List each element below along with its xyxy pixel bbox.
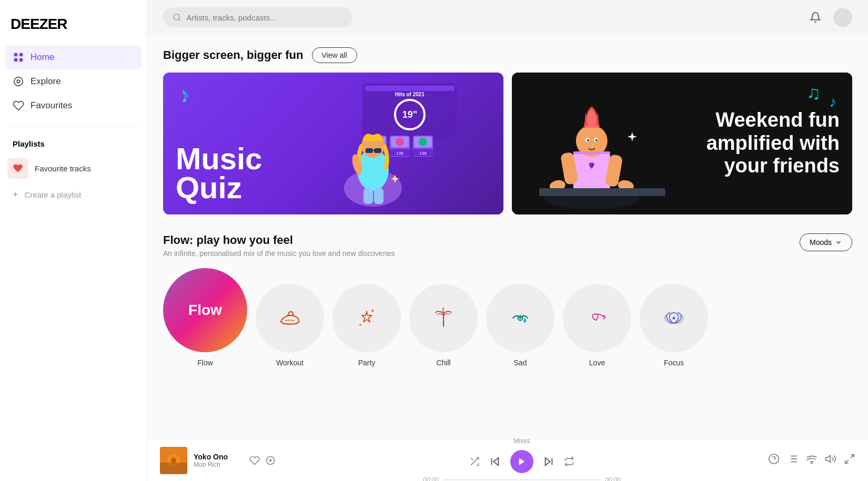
workout-circle [256,284,324,352]
svg-rect-31 [366,148,373,153]
flow-card-focus[interactable]: Focus [640,284,708,367]
svg-line-81 [851,455,854,458]
svg-rect-1 [19,53,23,56]
heart-outline-icon [249,455,260,466]
flow-card-chill[interactable]: Chill [409,284,478,367]
sidebar-item-favourites[interactable]: Favourites [5,94,142,118]
player-section-label: Mixes [513,437,530,445]
music-quiz-card[interactable]: ♪ Music Quiz Hits of 202 [163,73,503,214]
playlist-favourite-label: Favourite tracks [35,164,91,173]
svg-marker-69 [546,457,550,465]
sidebar-item-home[interactable]: Home [5,45,142,69]
svg-point-43 [596,139,598,141]
sad-label: Sad [514,359,527,367]
svg-line-65 [471,458,473,460]
playlists-heading: Playlists [0,135,147,152]
app-logo: DEEZER [0,11,147,45]
moods-button[interactable]: Moods [800,233,852,251]
repeat-button[interactable] [564,456,574,467]
svg-point-42 [587,139,589,141]
flow-main-label: Flow [188,302,222,319]
svg-point-4 [14,77,23,86]
weekend-title: Weekend funamplified withyour friends [706,109,840,178]
svg-point-79 [811,462,813,464]
create-playlist-btn[interactable]: + Create a playlist [0,184,147,206]
create-playlist-label: Create a playlist [25,190,82,199]
party-circle [332,284,401,352]
moods-label: Moods [810,238,832,247]
play-pause-button[interactable] [510,450,533,473]
quiz-title-line1: Music [176,144,262,173]
svg-marker-68 [519,458,525,465]
queue-button[interactable] [787,453,799,467]
svg-text:138: 138 [419,151,427,156]
love-icon [583,304,611,332]
svg-rect-3 [19,58,23,62]
flow-card-sad[interactable]: Sad [486,284,554,367]
more-icon [844,453,855,465]
flow-card-workout[interactable]: Workout [256,284,324,367]
sidebar-item-explore[interactable]: Explore [5,69,142,94]
heart-icon [13,100,24,111]
bell-icon [810,12,821,23]
volume-icon [825,453,836,465]
avatar[interactable] [833,8,852,27]
topbar-right [806,8,852,27]
svg-point-54 [519,317,521,319]
player-like-add [249,455,276,466]
home-label: Home [31,52,54,63]
chill-icon [430,304,457,332]
flow-header: Flow: play how you feel An infinite, per… [163,233,852,258]
shuffle-button[interactable] [469,456,480,467]
focus-circle [640,284,708,352]
workout-icon [276,304,304,332]
workout-label: Workout [276,359,304,367]
track-thumbnail [160,447,187,474]
weekend-fun-card[interactable]: ♫ ♪ [512,73,852,214]
flow-card-love[interactable]: Love [563,284,631,367]
playlist-favourite-tracks[interactable]: Favourite tracks [0,152,147,184]
player-times: 00:00 00:00 [286,476,758,482]
flow-section: Flow: play how you feel An infinite, per… [163,233,852,367]
search-input[interactable] [187,13,343,22]
svg-rect-35 [364,188,373,204]
volume-button[interactable] [825,453,836,467]
plus-circle-icon [265,455,276,466]
player-track: Yoko Ono Mob Rich [160,447,276,474]
time-current: 00:00 [423,476,439,482]
playlist-heart-icon [7,158,28,179]
sidebar-nav: Home Explore Favourit [0,45,147,118]
quiz-illustration: Hits of 2021 19" 138 [316,73,503,214]
favourites-label: Favourites [31,100,72,111]
chill-circle [409,284,478,352]
home-icon [13,52,24,63]
search-icon [173,13,181,22]
next-button[interactable] [543,456,554,467]
focus-label: Focus [664,359,684,367]
lyrics-button[interactable] [768,453,780,467]
explore-label: Explore [31,76,61,87]
svg-point-20 [396,138,404,146]
search-bar[interactable] [163,7,352,27]
player-like-button[interactable] [249,455,260,466]
flow-card-party[interactable]: Party [332,284,401,367]
banner-grid: ♪ Music Quiz Hits of 202 [163,73,852,214]
skip-back-icon [489,456,501,467]
track-info: Yoko Ono Mob Rich [194,453,243,468]
flow-title: Flow: play how you feel [163,233,395,247]
notification-button[interactable] [806,8,825,27]
party-icon [353,304,380,332]
svg-point-5 [17,80,20,83]
svg-line-82 [845,460,849,463]
player-bar: Yoko Ono Mob Rich Mixes [147,439,868,481]
player-add-button[interactable] [265,455,276,466]
flow-subtitle: An infinite, personalised mix of the mus… [163,249,395,258]
view-all-button[interactable]: View all [312,47,357,63]
svg-rect-32 [374,148,381,153]
more-button[interactable] [844,453,855,467]
prev-button[interactable] [489,456,501,467]
chevron-down-icon [835,239,842,246]
player-right [768,453,855,467]
flow-card-flow[interactable]: Flow Flow [163,268,247,367]
cast-button[interactable] [806,453,817,467]
